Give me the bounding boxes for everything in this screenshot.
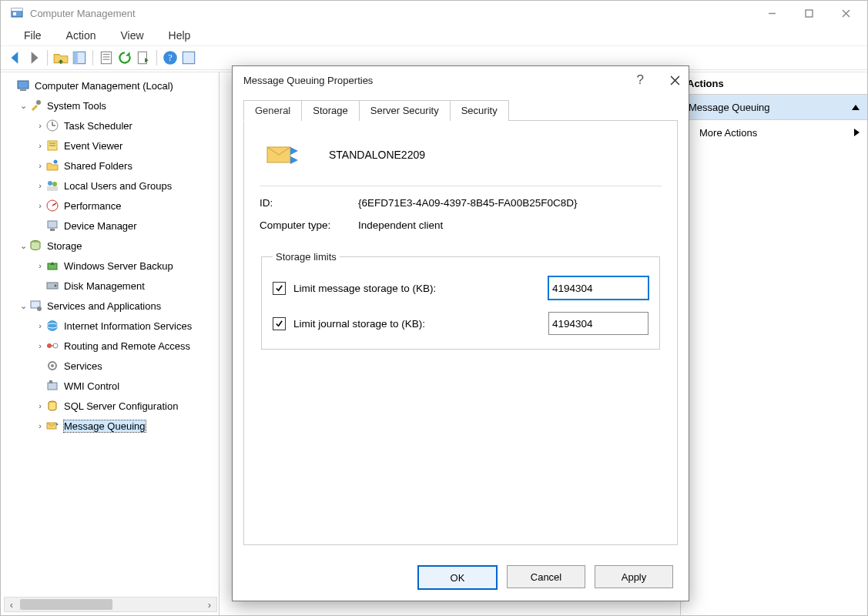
export-icon[interactable] bbox=[135, 49, 152, 66]
cancel-button[interactable]: Cancel bbox=[507, 565, 585, 588]
dialog-title: Message Queuing Properties bbox=[243, 75, 373, 86]
more-actions-label: More Actions bbox=[699, 127, 757, 139]
tree-item-task-scheduler[interactable]: ›Task Scheduler bbox=[1, 116, 219, 136]
console-tree-icon[interactable] bbox=[71, 49, 88, 66]
limit-journal-checkbox[interactable] bbox=[273, 317, 286, 330]
svg-point-39 bbox=[47, 320, 58, 331]
limit-journal-label: Limit journal storage to (KB): bbox=[293, 318, 425, 330]
tab-server-security[interactable]: Server Security bbox=[359, 100, 451, 121]
chevron-right-icon bbox=[854, 129, 860, 136]
back-button[interactable] bbox=[7, 49, 24, 66]
close-button[interactable] bbox=[827, 1, 864, 25]
titlebar: Computer Management bbox=[1, 1, 867, 25]
tab-storage[interactable]: Storage bbox=[301, 100, 360, 121]
maximize-button[interactable] bbox=[790, 1, 827, 25]
tree-item-event-viewer[interactable]: ›Event Viewer bbox=[1, 136, 219, 156]
tab-security[interactable]: Security bbox=[450, 100, 509, 121]
menu-help[interactable]: Help bbox=[156, 28, 203, 43]
more-actions-item[interactable]: More Actions bbox=[681, 120, 867, 145]
svg-text:?: ? bbox=[168, 52, 172, 63]
storage-icon bbox=[28, 239, 42, 253]
svg-rect-16 bbox=[183, 52, 194, 63]
tree-item-wsb[interactable]: ›Windows Server Backup bbox=[1, 256, 219, 276]
svg-point-38 bbox=[37, 306, 42, 311]
forward-button[interactable] bbox=[25, 49, 42, 66]
minimize-button[interactable] bbox=[753, 1, 790, 25]
tree-item-msmq[interactable]: ›Message Queuing bbox=[1, 416, 219, 436]
iis-icon bbox=[45, 319, 59, 333]
tree-item-system-tools[interactable]: ⌄System Tools bbox=[1, 95, 219, 116]
actions-header: Actions bbox=[681, 72, 867, 95]
tool-icon bbox=[28, 99, 42, 112]
refresh-icon[interactable] bbox=[116, 49, 133, 66]
disk-icon bbox=[45, 279, 59, 293]
svg-rect-9 bbox=[101, 52, 111, 63]
computer-name: STANDALONE2209 bbox=[329, 149, 425, 161]
svg-point-36 bbox=[55, 285, 57, 287]
storage-limits-group: Storage limits Limit message storage to … bbox=[261, 251, 660, 350]
tree-item-rras[interactable]: ›Routing and Remote Access bbox=[1, 336, 219, 356]
services-apps-icon bbox=[28, 299, 42, 313]
limit-message-checkbox[interactable] bbox=[273, 282, 286, 295]
svg-rect-31 bbox=[48, 221, 57, 228]
tree-item-local-users[interactable]: ›Local Users and Groups bbox=[1, 176, 219, 196]
tree-item-iis[interactable]: ›Internet Information Services bbox=[1, 316, 219, 336]
svg-rect-17 bbox=[18, 81, 28, 89]
tree-item-services-apps[interactable]: ⌄Services and Applications bbox=[1, 296, 219, 316]
help-icon[interactable]: ? bbox=[637, 72, 644, 88]
help-icon[interactable]: ? bbox=[162, 49, 179, 66]
message-queuing-icon bbox=[45, 419, 59, 433]
app-window: Computer Management File Action View Hel… bbox=[0, 0, 868, 616]
tree-item-sql-cfg[interactable]: ›SQL Server Configuration bbox=[1, 396, 219, 416]
menu-view[interactable]: View bbox=[108, 28, 156, 43]
dialog-close-button[interactable] bbox=[661, 75, 689, 85]
properties-dialog: Message Queuing Properties ? General Sto… bbox=[232, 65, 689, 601]
tab-general[interactable]: General bbox=[243, 100, 302, 121]
svg-point-26 bbox=[54, 160, 58, 164]
svg-rect-2 bbox=[13, 12, 16, 15]
backup-icon bbox=[45, 259, 59, 273]
dialog-titlebar: Message Queuing Properties ? bbox=[233, 66, 689, 94]
actions-group-label: Message Queuing bbox=[689, 102, 770, 113]
users-icon bbox=[45, 179, 59, 192]
tree-item-wmi[interactable]: ›WMI Control bbox=[1, 376, 219, 396]
menu-action[interactable]: Action bbox=[54, 28, 109, 43]
apply-button[interactable]: Apply bbox=[595, 565, 673, 588]
device-manager-icon bbox=[45, 219, 59, 233]
properties-icon[interactable] bbox=[98, 49, 115, 66]
actions-pane: Actions Message Queuing More Actions bbox=[680, 72, 867, 615]
extra-toolbar-icon[interactable] bbox=[180, 49, 197, 66]
tree-item-shared-folders[interactable]: ›Shared Folders bbox=[1, 156, 219, 176]
limit-message-label: Limit message storage to (KB): bbox=[293, 283, 436, 294]
dialog-button-row: OK Cancel Apply bbox=[233, 565, 689, 590]
collapse-icon bbox=[852, 105, 860, 110]
tree-item-device-manager[interactable]: ›Device Manager bbox=[1, 216, 219, 236]
gear-icon bbox=[45, 359, 59, 373]
id-value: {6EFD71E3-4A09-4397-8B45-FA00B25F0C8D} bbox=[358, 197, 577, 209]
tree-item-services[interactable]: ›Services bbox=[1, 356, 219, 376]
computer-management-icon bbox=[16, 79, 30, 92]
limit-message-input[interactable] bbox=[548, 276, 648, 300]
tree-item-root[interactable]: ▸ Computer Management (Local) bbox=[1, 75, 219, 95]
tree-pane: ▸ Computer Management (Local) ⌄System To… bbox=[1, 72, 220, 615]
svg-point-45 bbox=[51, 364, 54, 367]
actions-group-title[interactable]: Message Queuing bbox=[681, 95, 867, 120]
storage-limits-legend: Storage limits bbox=[273, 251, 340, 263]
svg-rect-1 bbox=[12, 8, 22, 11]
event-viewer-icon bbox=[45, 139, 59, 152]
tree-item-performance[interactable]: ›Performance bbox=[1, 196, 219, 216]
tree-item-disk-mgmt[interactable]: ›Disk Management bbox=[1, 276, 219, 296]
tree-item-storage[interactable]: ⌄Storage bbox=[1, 236, 219, 256]
window-title: Computer Management bbox=[30, 8, 136, 19]
svg-rect-29 bbox=[47, 186, 58, 191]
ok-button[interactable]: OK bbox=[417, 565, 498, 590]
envelope-icon bbox=[266, 142, 300, 167]
clock-icon bbox=[45, 119, 59, 132]
menu-file[interactable]: File bbox=[12, 28, 54, 43]
up-folder-icon[interactable] bbox=[52, 49, 69, 66]
svg-rect-46 bbox=[48, 383, 57, 390]
sql-icon bbox=[45, 399, 59, 413]
limit-journal-input[interactable] bbox=[548, 312, 648, 335]
tree-horizontal-scrollbar[interactable]: ‹› bbox=[4, 597, 217, 612]
svg-point-19 bbox=[36, 100, 41, 105]
